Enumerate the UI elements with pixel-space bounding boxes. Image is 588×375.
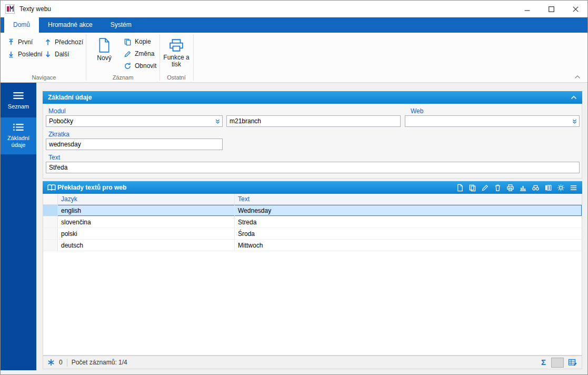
column-header-jazyk[interactable]: Jazyk: [58, 194, 235, 204]
table-row[interactable]: slovenčina Streda: [43, 216, 582, 228]
group-label-zaznam: Záznam: [86, 74, 160, 81]
status-separator: [67, 359, 67, 367]
window-controls: [515, 1, 587, 17]
functions-print-label: Funkce a tisk: [162, 54, 191, 68]
trash-icon: [494, 184, 502, 192]
row-selector[interactable]: [43, 216, 58, 228]
modul-combobox-input[interactable]: [46, 116, 213, 126]
tab-hromadne-akce[interactable]: Hromadné akce: [39, 17, 102, 33]
columns-button[interactable]: [544, 183, 553, 192]
sidebar-item-seznam[interactable]: Seznam: [1, 86, 36, 116]
new-document-icon: [456, 184, 464, 192]
first-label: První: [18, 38, 33, 46]
row-selector[interactable]: [43, 228, 58, 239]
grid-settings-icon[interactable]: [568, 358, 577, 367]
tab-domu[interactable]: Domů: [4, 17, 39, 33]
search-button[interactable]: [531, 183, 540, 192]
cell-text: Środa: [235, 228, 582, 239]
modul-combobox[interactable]: [46, 115, 223, 127]
dropdown-chevron-icon[interactable]: [213, 116, 222, 126]
copy-icon: [469, 184, 476, 192]
functions-print-button[interactable]: Funkce a tisk: [162, 35, 191, 72]
new-button[interactable]: Nový: [93, 35, 116, 72]
change-label: Změna: [135, 50, 154, 57]
web-combobox-input[interactable]: [405, 116, 570, 126]
printer-icon: [169, 38, 184, 52]
zkratka-field[interactable]: [46, 139, 223, 150]
table-row[interactable]: deutsch Mittwoch: [43, 240, 582, 251]
last-button[interactable]: Poslední: [6, 49, 44, 60]
gear-icon: [557, 184, 565, 192]
column-header-text[interactable]: Text: [235, 194, 582, 204]
cell-text: Wednesday: [235, 205, 582, 216]
filter-count: 0: [59, 359, 63, 366]
ribbon-collapse-button[interactable]: [574, 74, 581, 80]
last-label: Poslední: [18, 51, 43, 58]
printer-icon: [506, 184, 514, 192]
ribbon: První Poslední Předchozí Další Navigace: [1, 33, 587, 83]
grid-status-bar: 0 Počet záznamů: 1/4 Σ: [43, 356, 582, 369]
close-button[interactable]: [563, 1, 587, 17]
zkratka-label: Zkratka: [48, 131, 69, 138]
basic-data-panel: Základní údaje Modul Web Zkratka: [43, 91, 582, 179]
status-gray-button[interactable]: [551, 358, 564, 368]
refresh-button[interactable]: Obnovit: [122, 61, 158, 71]
change-button[interactable]: Změna: [122, 48, 156, 59]
chart-button[interactable]: [519, 183, 527, 192]
cell-jazyk: deutsch: [58, 240, 235, 251]
dropdown-chevron-icon[interactable]: [570, 116, 579, 126]
title-bar: Texty webu: [1, 1, 587, 17]
translations-panel-header: Překlady textů pro web: [43, 181, 582, 194]
first-button[interactable]: První: [6, 37, 34, 47]
copy-record-button[interactable]: [468, 183, 477, 192]
ribbon-tab-strip: Domů Hromadné akce Systém: [1, 17, 587, 33]
minimize-button[interactable]: [515, 1, 539, 17]
hamburger-icon: [570, 184, 577, 192]
tab-system[interactable]: Systém: [102, 17, 141, 33]
web-combobox[interactable]: [405, 115, 580, 127]
delete-record-button[interactable]: [493, 183, 502, 192]
cell-jazyk: polski: [58, 228, 235, 239]
ribbon-group-ostatni: Funkce a tisk Ostatní: [160, 33, 193, 82]
pencil-icon: [124, 50, 132, 58]
filter-asterisk-icon[interactable]: [47, 359, 55, 366]
app-window: Texty webu Domů Hromadné akce Systém Prv…: [0, 0, 588, 375]
next-button[interactable]: Další: [43, 49, 71, 60]
chevron-up-icon: [574, 75, 581, 79]
previous-button[interactable]: Předchozí: [43, 37, 85, 47]
selector-column-header: [43, 194, 58, 204]
previous-label: Předchozí: [55, 38, 83, 46]
print-button[interactable]: [506, 183, 515, 192]
refresh-label: Obnovit: [135, 62, 156, 70]
menu-button[interactable]: [569, 183, 578, 192]
close-icon: [573, 6, 579, 12]
sidebar-item-zakladni-udaje[interactable]: Základní údaje: [1, 117, 36, 154]
next-label: Další: [55, 51, 69, 58]
binoculars-icon: [532, 184, 540, 192]
copy-button[interactable]: Kopie: [122, 36, 153, 47]
row-selector[interactable]: [43, 240, 58, 251]
new-record-button[interactable]: [455, 183, 464, 192]
sum-button[interactable]: Σ: [540, 358, 547, 367]
app-icon: [5, 4, 15, 14]
pencil-icon: [481, 184, 489, 192]
table-row[interactable]: english Wednesday: [43, 205, 582, 216]
arrow-first-icon: [7, 38, 15, 46]
group-label-ostatni: Ostatní: [160, 74, 193, 81]
settings-button[interactable]: [556, 183, 565, 192]
columns-icon: [544, 184, 552, 192]
basic-data-panel-header: Základní údaje: [43, 91, 582, 104]
new-document-icon: [98, 38, 110, 53]
code-field[interactable]: [226, 115, 401, 127]
maximize-button[interactable]: [539, 1, 563, 17]
text-field[interactable]: [46, 162, 580, 173]
cell-text: Streda: [235, 216, 582, 228]
edit-record-button[interactable]: [481, 183, 490, 192]
ribbon-group-navigace: První Poslední Předchozí Další Navigace: [3, 33, 85, 82]
row-selector[interactable]: [43, 205, 58, 216]
arrow-down-icon: [44, 51, 52, 58]
grid-toolbar: [455, 183, 578, 192]
table-row[interactable]: polski Środa: [43, 228, 582, 240]
panel-title: Základní údaje: [48, 94, 92, 101]
collapse-panel-button[interactable]: [570, 93, 578, 102]
